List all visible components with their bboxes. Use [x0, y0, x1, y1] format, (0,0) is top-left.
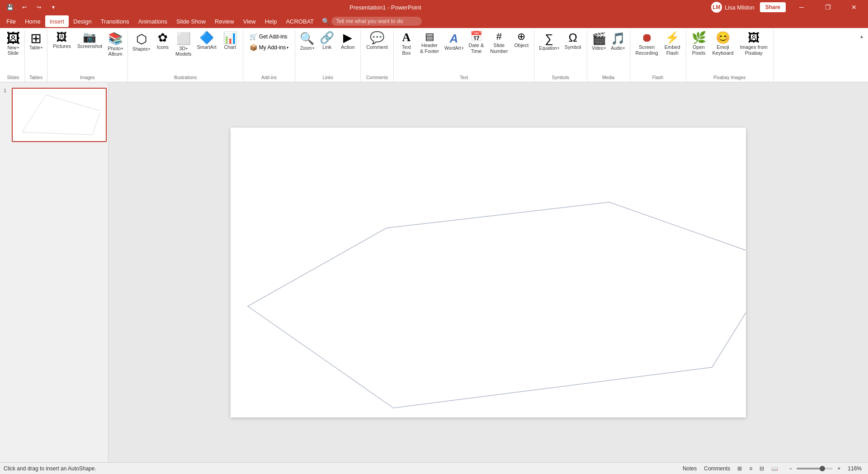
symbols-group-label: Symbols [537, 74, 584, 82]
open-pixels-button[interactable]: 🌿 OpenPixels [689, 30, 709, 58]
status-text: Click and drag to insert an AutoShape. [4, 465, 96, 472]
ribbon-group-flash: ⏺ ScreenRecording ⚡ EmbedFlash Flash [630, 30, 686, 82]
quick-access-toolbar: 💾 ↩ ↪ ▾ [4, 1, 60, 14]
ribbon-group-tables: ⊞ Table ▾ Tables [25, 30, 47, 82]
menu-animations[interactable]: Animations [134, 15, 172, 27]
text-group-label: Text [396, 74, 531, 82]
normal-view-button[interactable]: ⊞ [735, 464, 745, 474]
zoom-in-button[interactable]: + [835, 464, 843, 474]
images-group-label: Images [50, 74, 125, 82]
textbox-button[interactable]: A TextBox [396, 30, 416, 58]
menu-help[interactable]: Help [260, 15, 282, 27]
menu-design[interactable]: Design [69, 15, 96, 27]
ribbon-group-slides: 🖼 New ▾ Slide Slides [2, 30, 25, 82]
user-name: Lisa Mildon [725, 4, 755, 11]
action-button[interactable]: ▶ Action [338, 30, 358, 52]
collapse-ribbon-button[interactable]: ▲ [857, 32, 866, 41]
svg-marker-1 [248, 202, 746, 408]
addins-group-label: Add-ins [246, 74, 292, 82]
flash-group-label: Flash [633, 74, 683, 82]
equation-button[interactable]: ∑ Equation ▾ [537, 30, 561, 51]
slide-thumbnail-1[interactable] [12, 88, 107, 142]
notes-button[interactable]: Notes [680, 464, 699, 474]
ribbon-group-addins: 🛒 Get Add-ins 📦 My Add-ins ▾ Add-ins [243, 30, 295, 82]
undo-button[interactable]: ↩ [18, 1, 31, 14]
link-button[interactable]: 🔗 Link [317, 30, 337, 52]
reading-view-button[interactable]: 📖 [769, 464, 781, 474]
ribbon-group-illustrations: ⬡ Shapes ▾ ✿ Icons ⬜ 3D ▾ Models 🔷 Smart… [128, 30, 243, 82]
wordart-button[interactable]: A WordArt ▾ [443, 30, 465, 51]
restore-button[interactable]: ❐ [817, 0, 838, 14]
symbol-button[interactable]: Ω Symbol [562, 30, 584, 52]
links-group-label: Links [298, 74, 358, 82]
tables-group-label: Tables [28, 74, 44, 82]
emoji-keyboard-button[interactable]: 😊 EmojiKeyboard [710, 30, 736, 58]
zoom-level[interactable]: 116% [845, 464, 864, 474]
zoom-button[interactable]: 🔍 Zoom ▾ [298, 30, 316, 51]
smartart-button[interactable]: 🔷 SmartArt [194, 30, 219, 52]
main-area: 1 [0, 82, 868, 462]
3d-models-button[interactable]: ⬜ 3D ▾ Models [174, 30, 193, 57]
slide-sorter-button[interactable]: ⊟ [757, 464, 767, 474]
menu-acrobat[interactable]: ACROBAT [281, 15, 318, 27]
ribbon-group-pixabay: 🌿 OpenPixels 😊 EmojiKeyboard 🖼 Images fr… [686, 30, 774, 82]
pixabay-group-label: Pixabay Images [689, 74, 770, 82]
comment-button[interactable]: 💬 Comment [363, 30, 391, 52]
menu-home[interactable]: Home [20, 15, 45, 27]
canvas-area [108, 82, 868, 462]
slide-panel: 1 [0, 82, 108, 462]
customize-qat-button[interactable]: ▾ [47, 1, 60, 14]
date-time-button[interactable]: 📅 Date &Time [466, 30, 487, 56]
menu-file[interactable]: File [2, 15, 20, 27]
title-bar: 💾 ↩ ↪ ▾ Presentation1 - PowerPoint LM Li… [0, 0, 868, 14]
shapes-button[interactable]: ⬡ Shapes ▾ [131, 30, 152, 52]
object-button[interactable]: ⊕ Object [511, 30, 531, 50]
menu-slideshow[interactable]: Slide Show [172, 15, 210, 27]
share-button[interactable]: Share [760, 2, 786, 12]
pictures-button[interactable]: 🖼 Pictures [50, 30, 74, 51]
menu-view[interactable]: View [239, 15, 260, 27]
illustrations-group-label: Illustrations [131, 74, 240, 82]
comments-button[interactable]: Comments [701, 464, 733, 474]
slide-number-button[interactable]: # SlideNumber [487, 30, 510, 56]
screenshot-button[interactable]: 📷 Screenshot [75, 30, 105, 51]
zoom-slider[interactable] [797, 468, 833, 469]
embed-flash-button[interactable]: ⚡ EmbedFlash [662, 30, 683, 58]
window-title: Presentation1 - PowerPoint [60, 4, 711, 11]
table-button[interactable]: ⊞ Table ▾ [28, 30, 44, 50]
redo-button[interactable]: ↪ [33, 1, 45, 14]
ribbon-group-text: A TextBox ▤ Header& Footer A WordArt ▾ 📅… [394, 30, 534, 82]
minimize-button[interactable]: ─ [791, 0, 812, 14]
header-footer-button[interactable]: ▤ Header& Footer [417, 30, 442, 56]
ribbon-group-comments: 💬 Comment Comments [361, 30, 394, 82]
outline-view-button[interactable]: ≡ [746, 464, 755, 474]
chart-button[interactable]: 📊 Chart [220, 30, 240, 52]
menu-insert[interactable]: Insert [45, 15, 69, 27]
search-input[interactable] [331, 17, 422, 26]
get-addins-button[interactable]: 🛒 Get Add-ins [246, 32, 292, 42]
menu-bar: File Home Insert Design Transitions Anim… [0, 14, 868, 28]
audio-button[interactable]: 🎵 Audio ▾ [609, 30, 627, 51]
my-addins-button[interactable]: 📦 My Add-ins ▾ [246, 43, 292, 52]
user-avatar: LM [711, 2, 722, 13]
menu-transitions[interactable]: Transitions [96, 15, 134, 27]
slides-group-label: Slides [5, 74, 22, 82]
video-button[interactable]: 🎬 Video ▾ [590, 30, 608, 51]
screen-recording-button[interactable]: ⏺ ScreenRecording [633, 30, 661, 58]
ribbon-group-symbols: ∑ Equation ▾ Ω Symbol Symbols [534, 30, 587, 82]
save-button[interactable]: 💾 [4, 1, 16, 14]
menu-review[interactable]: Review [210, 15, 239, 27]
user-info: LM Lisa Mildon [711, 2, 755, 13]
photo-album-button[interactable]: 📚 Photo ▾ Album [106, 30, 125, 57]
zoom-out-button[interactable]: − [786, 464, 795, 474]
images-from-pixabay-button[interactable]: 🖼 Images fromPixabay [737, 30, 770, 58]
media-group-label: Media [590, 74, 627, 82]
slide-canvas[interactable] [231, 128, 746, 417]
ribbon: 🖼 New ▾ Slide Slides ⊞ Table ▾ Tables 🖼 [0, 28, 868, 82]
icons-button[interactable]: ✿ Icons [153, 30, 173, 52]
new-slide-button[interactable]: 🖼 New ▾ Slide [5, 30, 22, 56]
ribbon-group-links: 🔍 Zoom ▾ 🔗 Link ▶ Action Links [295, 30, 361, 82]
close-button[interactable]: ✕ [844, 0, 864, 14]
ribbon-group-images: 🖼 Pictures 📷 Screenshot 📚 Photo ▾ Album … [47, 30, 128, 82]
status-right: Notes Comments ⊞ ≡ ⊟ 📖 − + 116% [680, 464, 864, 474]
